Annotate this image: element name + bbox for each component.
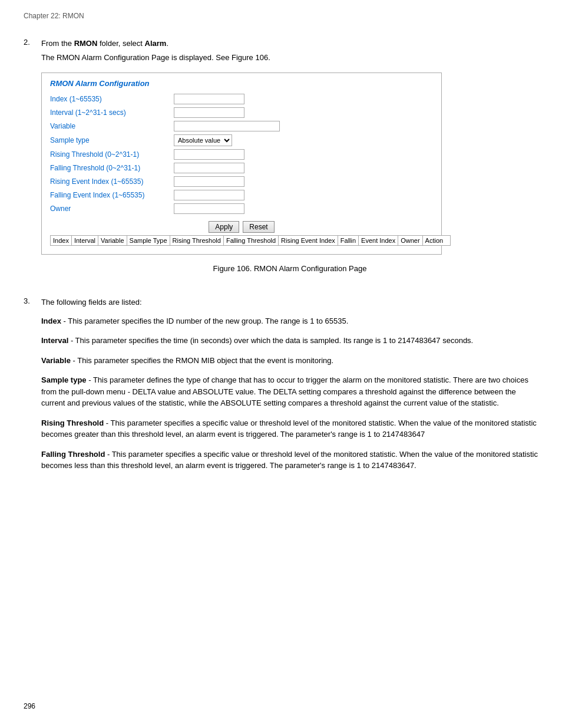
input-index[interactable] [174,94,244,104]
config-title: RMON Alarm Configuration [50,79,433,88]
field-interval: Interval - This parameter specifies the … [41,335,538,347]
field-desc-rising-threshold: - This parameter specifies a specific va… [41,419,537,439]
field-name-variable: Variable [41,356,71,365]
th-rising-event-index: Rising Event Index [279,236,338,245]
figure-caption: Figure 106. RMON Alarm Configuration Pag… [41,264,538,273]
th-variable: Variable [98,236,127,245]
input-variable[interactable] [174,121,280,131]
reset-button[interactable]: Reset [243,221,274,233]
step-3-content: The following fields are listed: Index -… [41,297,538,480]
step-2-content: From the RMON folder, select Alarm. The … [41,38,538,285]
th-sample-type: Sample Type [127,236,170,245]
input-owner[interactable] [174,203,244,214]
label-rising-event-index: Rising Event Index (1~65535) [50,177,174,186]
input-rising-threshold[interactable] [174,149,244,160]
step-2-sub-instruction: The RMON Alarm Configuration Page is dis… [41,52,538,64]
chapter-header-text: Chapter 22: RMON [24,12,84,20]
form-row-index: Index (1~65535) [50,94,433,104]
input-interval[interactable] [174,107,244,118]
input-falling-threshold[interactable] [174,163,244,173]
page-number: 296 [24,702,35,710]
label-variable: Variable [50,122,174,130]
step-3-number: 3. [24,297,41,480]
field-name-falling-threshold: Falling Threshold [41,450,105,459]
field-name-sample-type: Sample type [41,375,87,384]
step-2-number: 2. [24,38,41,285]
field-name-interval: Interval [41,336,68,345]
th-action: Action [423,236,446,245]
label-rising-threshold: Rising Threshold (0~2^31-1) [50,150,174,159]
field-rising-threshold: Rising Threshold - This parameter specif… [41,417,538,440]
form-row-rising-threshold: Rising Threshold (0~2^31-1) [50,149,433,160]
field-desc-sample-type: - This parameter defines the type of cha… [41,375,528,407]
form-row-rising-event-index: Rising Event Index (1~65535) [50,176,433,187]
form-row-interval: Interval (1~2^31-1 secs) [50,107,433,118]
form-row-owner: Owner [50,203,433,214]
field-name-index: Index [41,317,61,325]
rmon-alarm-config-box: RMON Alarm Configuration Index (1~65535)… [41,73,442,255]
th-falling-abbr: Fallin [338,236,359,245]
field-index: Index - This parameter specifies the ID … [41,315,538,327]
step-3: 3. The following fields are listed: Inde… [24,297,538,480]
field-falling-threshold: Falling Threshold - This parameter speci… [41,449,538,472]
step-2: 2. From the RMON folder, select Alarm. T… [24,38,538,285]
field-list: Index - This parameter specifies the ID … [41,315,538,472]
form-row-sample-type: Sample type Absolute value Delta value [50,134,433,146]
label-falling-event-index: Falling Event Index (1~65535) [50,191,174,199]
form-row-variable: Variable [50,121,433,131]
select-sample-type[interactable]: Absolute value Delta value [174,134,232,146]
input-rising-event-index[interactable] [174,176,244,187]
button-row: Apply Reset [50,221,433,233]
field-desc-interval: - This parameter specifies the time (in … [71,336,473,345]
field-desc-index: - This parameter specifies the ID number… [64,317,349,325]
field-name-rising-threshold: Rising Threshold [41,419,104,427]
field-variable: Variable - This parameter specifies the … [41,355,538,367]
label-owner: Owner [50,205,174,213]
th-event-index: Event Index [359,236,398,245]
field-sample-type: Sample type - This parameter defines the… [41,374,538,409]
step-2-instruction: From the RMON folder, select Alarm. [41,38,538,50]
th-owner: Owner [398,236,422,245]
th-rising-threshold: Rising Threshold [170,236,224,245]
th-falling-threshold: Falling Threshold [224,236,279,245]
input-falling-event-index[interactable] [174,190,244,200]
label-falling-threshold: Falling Threshold (0~2^31-1) [50,164,174,172]
field-desc-falling-threshold: - This parameter specifies a specific va… [41,450,538,470]
th-index: Index [51,236,72,245]
label-index: Index (1~65535) [50,95,174,103]
form-row-falling-threshold: Falling Threshold (0~2^31-1) [50,163,433,173]
step-3-intro: The following fields are listed: [41,297,538,308]
th-interval: Interval [72,236,98,245]
apply-button[interactable]: Apply [209,221,239,233]
chapter-header: Chapter 22: RMON [24,12,538,20]
label-interval: Interval (1~2^31-1 secs) [50,108,174,117]
label-sample-type: Sample type [50,136,174,144]
table-header: Index Interval Variable Sample Type Risi… [50,235,451,246]
field-desc-variable: - This parameter specifies the RMON MIB … [73,356,334,365]
form-row-falling-event-index: Falling Event Index (1~65535) [50,190,433,200]
